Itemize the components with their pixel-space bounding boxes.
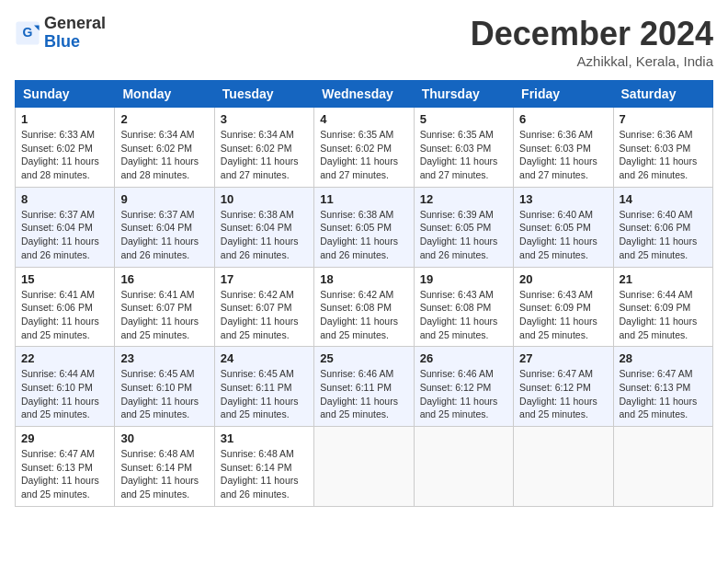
calendar-day-cell: 29Sunrise: 6:47 AMSunset: 6:13 PMDayligh… <box>16 427 115 507</box>
day-number: 19 <box>420 272 507 286</box>
day-number: 26 <box>420 351 507 365</box>
calendar-day-cell: 18Sunrise: 6:42 AMSunset: 6:08 PMDayligh… <box>314 267 414 347</box>
calendar-day-cell: 4Sunrise: 6:35 AMSunset: 6:02 PMDaylight… <box>314 108 414 188</box>
calendar-day-cell <box>613 427 712 507</box>
day-info: Sunrise: 6:44 AMSunset: 6:09 PMDaylight:… <box>620 288 707 342</box>
day-of-week-header: Sunday <box>16 81 115 108</box>
day-number: 29 <box>21 431 108 445</box>
calendar-header-row: SundayMondayTuesdayWednesdayThursdayFrid… <box>16 81 713 108</box>
calendar-day-cell: 8Sunrise: 6:37 AMSunset: 6:04 PMDaylight… <box>16 187 115 267</box>
svg-text:G: G <box>23 25 33 40</box>
day-number: 14 <box>620 192 707 206</box>
page-header: G General Blue December 2024 Azhikkal, K… <box>15 15 713 69</box>
day-number: 28 <box>620 351 707 365</box>
day-number: 21 <box>620 272 707 286</box>
calendar-day-cell: 10Sunrise: 6:38 AMSunset: 6:04 PMDayligh… <box>214 187 313 267</box>
day-info: Sunrise: 6:46 AMSunset: 6:12 PMDaylight:… <box>420 367 507 421</box>
day-info: Sunrise: 6:34 AMSunset: 6:02 PMDaylight:… <box>120 128 208 182</box>
calendar-day-cell: 19Sunrise: 6:43 AMSunset: 6:08 PMDayligh… <box>414 267 513 347</box>
day-number: 6 <box>519 112 607 126</box>
calendar-week-row: 29Sunrise: 6:47 AMSunset: 6:13 PMDayligh… <box>16 427 713 507</box>
day-info: Sunrise: 6:48 AMSunset: 6:14 PMDaylight:… <box>120 447 208 501</box>
day-number: 31 <box>221 431 308 445</box>
calendar-day-cell: 21Sunrise: 6:44 AMSunset: 6:09 PMDayligh… <box>613 267 712 347</box>
day-of-week-header: Saturday <box>613 81 712 108</box>
calendar-day-cell: 13Sunrise: 6:40 AMSunset: 6:05 PMDayligh… <box>514 187 613 267</box>
day-of-week-header: Monday <box>115 81 214 108</box>
calendar-day-cell: 22Sunrise: 6:44 AMSunset: 6:10 PMDayligh… <box>16 347 115 427</box>
day-info: Sunrise: 6:46 AMSunset: 6:11 PMDaylight:… <box>320 367 407 421</box>
day-info: Sunrise: 6:40 AMSunset: 6:06 PMDaylight:… <box>620 208 707 262</box>
day-number: 30 <box>120 431 208 445</box>
calendar-day-cell: 30Sunrise: 6:48 AMSunset: 6:14 PMDayligh… <box>115 427 214 507</box>
day-info: Sunrise: 6:45 AMSunset: 6:11 PMDaylight:… <box>221 367 308 421</box>
day-number: 3 <box>221 112 308 126</box>
calendar-day-cell: 25Sunrise: 6:46 AMSunset: 6:11 PMDayligh… <box>314 347 414 427</box>
day-info: Sunrise: 6:43 AMSunset: 6:08 PMDaylight:… <box>420 288 507 342</box>
day-number: 7 <box>620 112 707 126</box>
calendar-day-cell: 7Sunrise: 6:36 AMSunset: 6:03 PMDaylight… <box>613 108 712 188</box>
day-number: 24 <box>221 351 308 365</box>
title-block: December 2024 Azhikkal, Kerala, India <box>471 15 713 69</box>
calendar-day-cell <box>514 427 613 507</box>
day-number: 23 <box>120 351 208 365</box>
logo-icon: G <box>15 20 40 46</box>
day-number: 18 <box>320 272 407 286</box>
day-number: 22 <box>21 351 108 365</box>
day-info: Sunrise: 6:35 AMSunset: 6:03 PMDaylight:… <box>420 128 507 182</box>
calendar-day-cell <box>314 427 414 507</box>
day-number: 13 <box>519 192 607 206</box>
day-info: Sunrise: 6:38 AMSunset: 6:04 PMDaylight:… <box>221 208 308 262</box>
day-number: 9 <box>120 192 208 206</box>
day-info: Sunrise: 6:47 AMSunset: 6:13 PMDaylight:… <box>620 367 707 421</box>
day-info: Sunrise: 6:41 AMSunset: 6:07 PMDaylight:… <box>120 288 208 342</box>
calendar-day-cell: 26Sunrise: 6:46 AMSunset: 6:12 PMDayligh… <box>414 347 513 427</box>
day-number: 20 <box>519 272 607 286</box>
day-of-week-header: Tuesday <box>214 81 313 108</box>
day-of-week-header: Thursday <box>414 81 513 108</box>
day-info: Sunrise: 6:47 AMSunset: 6:12 PMDaylight:… <box>519 367 607 421</box>
day-info: Sunrise: 6:36 AMSunset: 6:03 PMDaylight:… <box>519 128 607 182</box>
day-info: Sunrise: 6:35 AMSunset: 6:02 PMDaylight:… <box>320 128 407 182</box>
day-number: 2 <box>120 112 208 126</box>
logo-general-text: General <box>44 14 106 32</box>
logo-blue-text: Blue <box>44 32 80 51</box>
calendar-day-cell: 5Sunrise: 6:35 AMSunset: 6:03 PMDaylight… <box>414 108 513 188</box>
location-title: Azhikkal, Kerala, India <box>471 53 713 69</box>
day-number: 11 <box>320 192 407 206</box>
calendar-day-cell: 27Sunrise: 6:47 AMSunset: 6:12 PMDayligh… <box>514 347 613 427</box>
calendar-day-cell: 28Sunrise: 6:47 AMSunset: 6:13 PMDayligh… <box>613 347 712 427</box>
day-info: Sunrise: 6:42 AMSunset: 6:08 PMDaylight:… <box>320 288 407 342</box>
calendar-week-row: 22Sunrise: 6:44 AMSunset: 6:10 PMDayligh… <box>16 347 713 427</box>
day-number: 15 <box>21 272 108 286</box>
day-number: 5 <box>420 112 507 126</box>
calendar-week-row: 8Sunrise: 6:37 AMSunset: 6:04 PMDaylight… <box>16 187 713 267</box>
calendar-day-cell <box>414 427 513 507</box>
day-number: 25 <box>320 351 407 365</box>
calendar-day-cell: 3Sunrise: 6:34 AMSunset: 6:02 PMDaylight… <box>214 108 313 188</box>
calendar-day-cell: 23Sunrise: 6:45 AMSunset: 6:10 PMDayligh… <box>115 347 214 427</box>
calendar-week-row: 15Sunrise: 6:41 AMSunset: 6:06 PMDayligh… <box>16 267 713 347</box>
calendar-day-cell: 14Sunrise: 6:40 AMSunset: 6:06 PMDayligh… <box>613 187 712 267</box>
calendar-week-row: 1Sunrise: 6:33 AMSunset: 6:02 PMDaylight… <box>16 108 713 188</box>
month-title: December 2024 <box>471 15 713 53</box>
day-info: Sunrise: 6:45 AMSunset: 6:10 PMDaylight:… <box>120 367 208 421</box>
day-info: Sunrise: 6:38 AMSunset: 6:05 PMDaylight:… <box>320 208 407 262</box>
day-info: Sunrise: 6:33 AMSunset: 6:02 PMDaylight:… <box>21 128 108 182</box>
day-of-week-header: Friday <box>514 81 613 108</box>
calendar-day-cell: 20Sunrise: 6:43 AMSunset: 6:09 PMDayligh… <box>514 267 613 347</box>
day-number: 8 <box>21 192 108 206</box>
day-info: Sunrise: 6:48 AMSunset: 6:14 PMDaylight:… <box>221 447 308 501</box>
calendar-table: SundayMondayTuesdayWednesdayThursdayFrid… <box>15 80 713 507</box>
day-info: Sunrise: 6:36 AMSunset: 6:03 PMDaylight:… <box>620 128 707 182</box>
day-info: Sunrise: 6:43 AMSunset: 6:09 PMDaylight:… <box>519 288 607 342</box>
day-info: Sunrise: 6:37 AMSunset: 6:04 PMDaylight:… <box>120 208 208 262</box>
calendar-day-cell: 11Sunrise: 6:38 AMSunset: 6:05 PMDayligh… <box>314 187 414 267</box>
calendar-day-cell: 12Sunrise: 6:39 AMSunset: 6:05 PMDayligh… <box>414 187 513 267</box>
day-info: Sunrise: 6:47 AMSunset: 6:13 PMDaylight:… <box>21 447 108 501</box>
calendar-day-cell: 24Sunrise: 6:45 AMSunset: 6:11 PMDayligh… <box>214 347 313 427</box>
day-info: Sunrise: 6:42 AMSunset: 6:07 PMDaylight:… <box>221 288 308 342</box>
calendar-day-cell: 16Sunrise: 6:41 AMSunset: 6:07 PMDayligh… <box>115 267 214 347</box>
day-info: Sunrise: 6:41 AMSunset: 6:06 PMDaylight:… <box>21 288 108 342</box>
day-info: Sunrise: 6:40 AMSunset: 6:05 PMDaylight:… <box>519 208 607 262</box>
